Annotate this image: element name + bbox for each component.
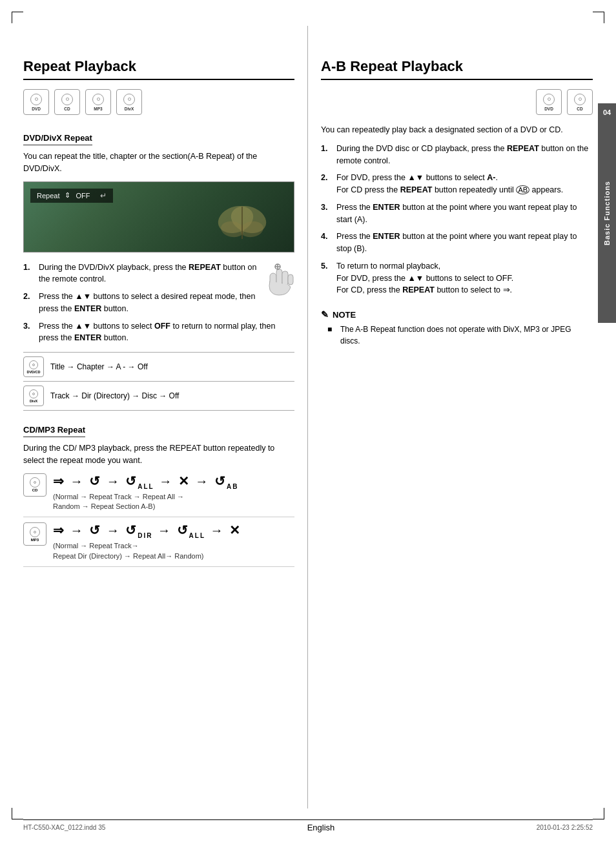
cdmp3-section: CD/MP3 Repeat During the CD/ MP3 playbac… <box>23 418 294 567</box>
svg-rect-8 <box>288 274 293 285</box>
dvd-divx-intro: You can repeat the title, chapter or the… <box>23 150 294 175</box>
svg-rect-7 <box>282 271 288 285</box>
cdmp3-intro: During the CD/ MP3 playback, press the R… <box>23 442 294 467</box>
ab-step-3-num: 3. <box>321 201 333 226</box>
step-2-content: Press the ▲▼ buttons to select a desired… <box>39 291 257 315</box>
cdmp3-mp3-row: MP3 ⇒ → ↺ → ↺DIR → ↺ALL → ✕ (Normal → Re… <box>23 522 294 567</box>
hand-icon <box>263 262 294 298</box>
dvd-steps-container: 1. During the DVD/DivX playback, press t… <box>23 262 294 345</box>
screenshot-overlay: Repeat ⇕ OFF ↵ <box>30 189 113 203</box>
cdmp3-cd-content: ⇒ → ↺ → ↺ALL → ✕ → ↺AB (Normal → Repeat … <box>53 473 294 512</box>
ab-step-4-content: Press the ENTER button at the point wher… <box>336 231 593 255</box>
right-column: A-B Repeat Playback DVD CD You can repea… <box>307 26 593 808</box>
screenshot-return-icon: ↵ <box>100 191 107 200</box>
dvd-step-2: 2. Press the ▲▼ buttons to select a desi… <box>23 291 257 315</box>
cd-mode-caption: (Normal → Repeat Track → Repeat All →Ran… <box>53 492 294 512</box>
ab-step-3-content: Press the ENTER button at the point wher… <box>336 201 593 226</box>
ab-step-1-num: 1. <box>321 143 333 167</box>
side-tab-text: Basic Functions <box>603 181 611 245</box>
cdmp3-mp3-icon: MP3 <box>23 522 46 546</box>
ab-step-4: 4. Press the ENTER button at the point w… <box>321 231 593 255</box>
right-section-title: A-B Repeat Playback <box>321 58 593 80</box>
dvd-step-1: 1. During the DVD/DivX playback, press t… <box>23 262 257 286</box>
corner-mark-br <box>593 808 604 819</box>
step-2-num: 2. <box>23 291 35 315</box>
main-content: Repeat Playback DVD CD MP3 DivX DVD/DivX… <box>23 26 593 808</box>
right-disc-icon-cd: CD <box>567 89 593 115</box>
ab-intro: You can repeatedly play back a designate… <box>321 124 593 136</box>
ab-step-1-content: During the DVD disc or CD playback, pres… <box>336 143 593 167</box>
repeat-row-divx: DivX Track → Dir (Directory) → Disc → Of… <box>23 382 294 411</box>
repeat-row-dvd-text: Title → Chapter → A - → Off <box>50 362 148 371</box>
corner-mark-tr <box>593 12 604 23</box>
right-disc-icon-dvd: DVD <box>536 89 562 115</box>
cdmp3-subtitle: CD/MP3 Repeat <box>23 425 85 437</box>
cdmp3-mp3-content: ⇒ → ↺ → ↺DIR → ↺ALL → ✕ (Normal → Repeat… <box>53 522 294 561</box>
corner-mark-bl <box>12 808 23 819</box>
mp3-mode-symbols: ⇒ → ↺ → ↺DIR → ↺ALL → ✕ <box>53 522 294 540</box>
ab-step-5-content: To return to normal playback,For DVD, pr… <box>336 260 593 296</box>
repeat-mode-table: DVD/CD Title → Chapter → A - → Off DivX … <box>23 352 294 411</box>
ab-step-4-num: 4. <box>321 231 333 255</box>
side-tab: 04 Basic Functions <box>598 103 616 323</box>
right-disc-icons: DVD CD <box>321 89 593 115</box>
repeat-row-dvd-icon: DVD/CD <box>23 356 44 377</box>
left-disc-icons: DVD CD MP3 DivX <box>23 89 294 115</box>
corner-mark-tl <box>12 12 23 23</box>
step-3-num: 3. <box>23 320 35 345</box>
note-pencil-icon: ✎ <box>321 309 329 320</box>
ab-step-5-num: 5. <box>321 260 333 296</box>
disc-icon-dvd: DVD <box>23 89 49 115</box>
ab-step-3: 3. Press the ENTER button at the point w… <box>321 201 593 226</box>
ab-step-2-num: 2. <box>321 172 333 196</box>
footer-filename: HT-C550-XAC_0122.indd 35 <box>23 824 105 831</box>
disc-icon-divx: DivX <box>116 89 142 115</box>
butterfly-illustration <box>216 200 268 245</box>
repeat-row-dvd: DVD/CD Title → Chapter → A - → Off <box>23 353 294 382</box>
cdmp3-intro-text: During the CD/ MP3 playback, press the R… <box>23 444 274 465</box>
repeat-row-divx-icon: DivX <box>23 386 44 406</box>
footer-language: English <box>307 823 335 832</box>
ab-step-5: 5. To return to normal playback,For DVD,… <box>321 260 593 296</box>
screenshot-arrows: ⇕ <box>65 191 70 200</box>
step-1-num: 1. <box>23 262 35 286</box>
cd-mode-symbols: ⇒ → ↺ → ↺ALL → ✕ → ↺AB <box>53 473 294 491</box>
cdmp3-cd-icon: CD <box>23 473 46 497</box>
dvd-divx-subtitle: DVD/DivX Repeat <box>23 133 92 145</box>
step-3-content: Press the ▲▼ buttons to select OFF to re… <box>39 320 294 345</box>
side-tab-number: 04 <box>603 108 611 116</box>
page-footer: HT-C550-XAC_0122.indd 35 English 2010-01… <box>23 819 593 832</box>
step-1-content: During the DVD/DivX playback, press the … <box>39 262 257 286</box>
note-label: NOTE <box>333 310 356 320</box>
note-title: ✎ NOTE <box>321 309 593 320</box>
svg-rect-6 <box>276 269 282 285</box>
disc-icon-mp3: MP3 <box>85 89 111 115</box>
ab-step-1: 1. During the DVD disc or CD playback, p… <box>321 143 593 167</box>
note-section: ✎ NOTE ■ The A-B Repeat function does no… <box>321 305 593 347</box>
screenshot-off-label: OFF <box>76 192 90 200</box>
left-section-title: Repeat Playback <box>23 58 294 80</box>
screenshot-repeat-label: Repeat <box>37 192 59 200</box>
cdmp3-cd-row: CD ⇒ → ↺ → ↺ALL → ✕ → ↺AB (Normal → Repe… <box>23 473 294 518</box>
left-column: Repeat Playback DVD CD MP3 DivX DVD/DivX… <box>23 26 307 808</box>
mp3-mode-caption: (Normal → Repeat Track→Repeat Dir (Direc… <box>53 541 294 561</box>
footer-timestamp: 2010-01-23 2:25:52 <box>537 824 593 831</box>
hand-icon-wrap <box>263 262 294 300</box>
dvd-screenshot: Repeat ⇕ OFF ↵ <box>23 181 294 252</box>
disc-icon-cd: CD <box>54 89 80 115</box>
ab-step-2-content: For DVD, press the ▲▼ buttons to select … <box>336 172 593 196</box>
note-text-1: The A-B Repeat function does not operate… <box>340 324 593 347</box>
note-bullet-icon: ■ <box>327 324 335 347</box>
dvd-step-3: 3. Press the ▲▼ buttons to select OFF to… <box>23 320 294 345</box>
ab-step-2: 2. For DVD, press the ▲▼ buttons to sele… <box>321 172 593 196</box>
note-item-1: ■ The A-B Repeat function does not opera… <box>321 324 593 347</box>
repeat-row-divx-text: Track → Dir (Directory) → Disc → Off <box>50 391 179 400</box>
